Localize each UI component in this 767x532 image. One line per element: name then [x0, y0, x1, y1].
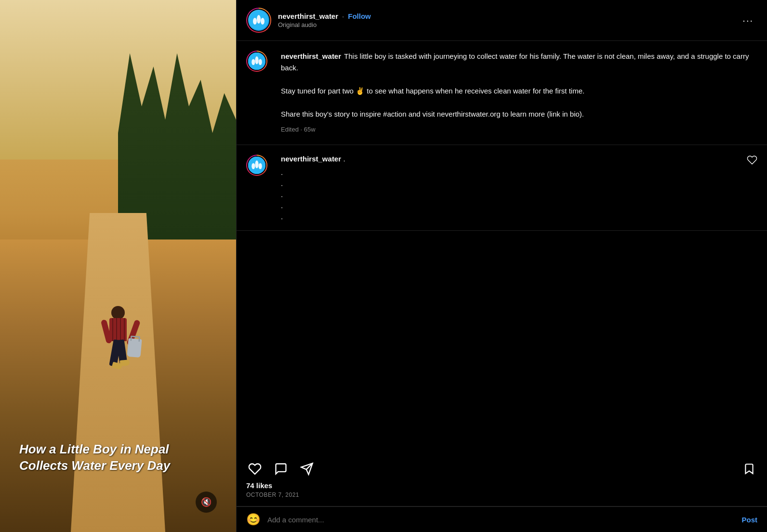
comment-dots: . . . . . [281, 168, 740, 221]
action-bar: 74 likes OCTOBER 7, 2021 [237, 453, 767, 506]
header-username: neverthirst_water [278, 12, 338, 20]
comment-button[interactable] [272, 460, 290, 478]
svg-point-10 [255, 160, 258, 168]
svg-point-7 [259, 59, 262, 66]
svg-point-6 [255, 56, 258, 64]
boy-figure [99, 306, 137, 383]
caption-body: This little boy is tasked with journeyin… [281, 52, 749, 72]
avatar [248, 10, 269, 31]
post-content: neverthirst_waterThis little boy is task… [237, 41, 767, 453]
comment-like-button[interactable] [747, 155, 757, 167]
video-panel: How a Little Boy in Nepal Collects Water… [0, 0, 236, 532]
avatar-ring[interactable] [246, 8, 271, 33]
like-button[interactable] [246, 460, 264, 478]
caption-avatar [248, 53, 265, 70]
comment-input-row: 😊 Post [237, 506, 767, 532]
follow-button[interactable]: Follow [348, 12, 371, 20]
header-info: neverthirst_water · Follow Original audi… [278, 12, 739, 28]
emoji-button[interactable]: 😊 [246, 513, 261, 526]
svg-point-2 [257, 15, 261, 24]
caption-section: neverthirst_waterThis little boy is task… [237, 41, 767, 145]
comment-username: neverthirst_water [281, 155, 341, 163]
post-header: neverthirst_water · Follow Original audi… [237, 0, 767, 41]
mute-icon: 🔇 [201, 497, 212, 507]
post-date: OCTOBER 7, 2021 [246, 492, 757, 501]
video-overlay: How a Little Boy in Nepal Collects Water… [19, 441, 217, 474]
caption-body-2: Stay tuned for part two ✌️ to see what h… [281, 87, 584, 95]
right-panel: neverthirst_water · Follow Original audi… [236, 0, 767, 532]
comment-avatar [248, 157, 265, 174]
caption-username: neverthirst_water [281, 52, 341, 60]
video-title: How a Little Boy in Nepal Collects Water… [19, 441, 217, 474]
caption-text: neverthirst_waterThis little boy is task… [281, 51, 757, 135]
caption-avatar-ring[interactable] [246, 51, 267, 72]
audio-label: Original audio [278, 21, 739, 28]
mute-button[interactable]: 🔇 [196, 492, 217, 513]
caption-body-3: Share this boy's story to inspire #actio… [281, 110, 584, 118]
comment-avatar-ring[interactable] [246, 155, 267, 176]
likes-count: 74 likes [246, 478, 757, 492]
comment-input[interactable] [267, 516, 741, 524]
comment-text: . [344, 155, 345, 163]
comment-content: neverthirst_water . . . . . . [281, 155, 740, 221]
svg-point-11 [259, 163, 262, 169]
svg-point-9 [251, 163, 255, 169]
caption-meta: Edited · 65w [281, 125, 757, 135]
share-button[interactable] [298, 460, 316, 478]
more-options-button[interactable]: ··· [739, 11, 757, 30]
bookmark-button[interactable] [741, 461, 757, 477]
svg-point-1 [253, 18, 257, 25]
post-comment-button[interactable]: Post [741, 516, 757, 524]
svg-point-5 [251, 59, 255, 66]
svg-point-3 [261, 18, 264, 25]
dot-separator: · [342, 12, 344, 20]
comment-section: neverthirst_water . . . . . . [237, 145, 767, 231]
